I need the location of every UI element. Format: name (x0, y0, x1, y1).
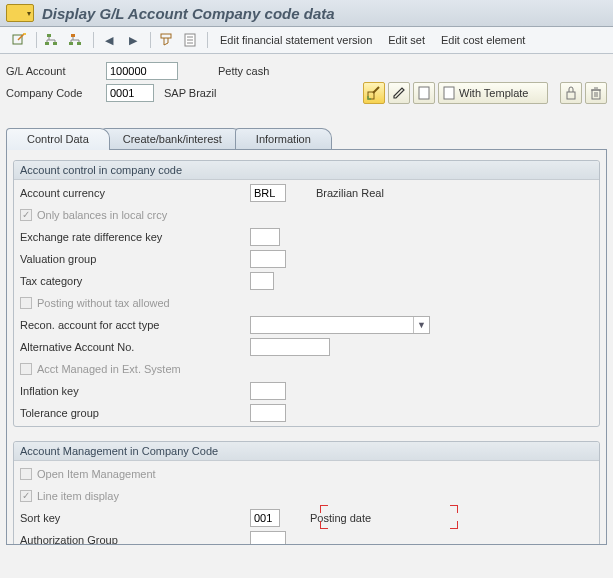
acct-managed-ext-label: Acct Managed in Ext. System (37, 363, 181, 375)
edit-cost-element-link[interactable]: Edit cost element (433, 31, 533, 49)
group-account-management: Account Management in Company Code Open … (13, 441, 600, 545)
gl-account-label: G/L Account (6, 65, 106, 77)
document-icon[interactable] (179, 30, 201, 50)
group-account-management-title: Account Management in Company Code (14, 442, 599, 461)
selection-area: G/L Account 100000 Petty cash Company Co… (0, 54, 613, 106)
sort-key-input[interactable]: 001 (250, 509, 280, 527)
create-button[interactable] (413, 82, 435, 104)
gl-account-input[interactable]: 100000 (106, 62, 178, 80)
tolerance-group-label: Tolerance group (18, 407, 250, 419)
posting-without-tax-label: Posting without tax allowed (37, 297, 170, 309)
only-balances-checkbox: ✓ (20, 209, 32, 221)
gl-account-desc: Petty cash (218, 65, 269, 77)
recon-account-label: Recon. account for acct type (18, 319, 250, 331)
edit-set-link[interactable]: Edit set (380, 31, 433, 49)
open-item-checkbox (20, 468, 32, 480)
svg-rect-2 (47, 34, 51, 37)
previous-icon[interactable]: ◀ (98, 30, 120, 50)
auth-group-input[interactable] (250, 531, 286, 545)
app-toolbar: ◀ ▶ Edit financial statement version Edi… (0, 27, 613, 54)
tax-category-input[interactable] (250, 272, 274, 290)
with-template-button[interactable]: With Template (438, 82, 548, 104)
valuation-group-label: Valuation group (18, 253, 250, 265)
display-change-button[interactable] (363, 82, 385, 104)
next-icon[interactable]: ▶ (122, 30, 144, 50)
alt-account-label: Alternative Account No. (18, 341, 250, 353)
chevron-down-icon[interactable]: ▼ (413, 317, 429, 333)
menu-icon[interactable]: ▾ (6, 4, 34, 22)
other-object-icon[interactable] (8, 30, 30, 50)
tax-category-label: Tax category (18, 275, 250, 287)
alt-account-input[interactable] (250, 338, 330, 356)
highlight-bracket (450, 505, 458, 513)
page-title: Display G/L Account Company code data (42, 5, 335, 22)
highlight-bracket (320, 521, 328, 529)
hierarchy-icon[interactable] (41, 30, 63, 50)
with-template-label: With Template (459, 87, 529, 99)
edit-button[interactable] (388, 82, 410, 104)
auth-group-label: Authorization Group (18, 534, 250, 545)
sort-key-label: Sort key (18, 512, 250, 524)
svg-rect-3 (45, 42, 49, 45)
valuation-group-input[interactable] (250, 250, 286, 268)
delete-button[interactable] (585, 82, 607, 104)
highlight-bracket (320, 505, 328, 513)
header-actions: With Template (363, 82, 607, 104)
company-code-input[interactable]: 0001 (106, 84, 154, 102)
line-item-label: Line item display (37, 490, 119, 502)
tab-control-data[interactable]: Control Data (6, 128, 110, 150)
tab-body-control-data: Account control in company code Account … (6, 150, 607, 545)
group-account-control: Account control in company code Account … (13, 160, 600, 427)
svg-rect-8 (161, 34, 171, 38)
tab-create-bank-interest[interactable]: Create/bank/interest (102, 128, 243, 149)
svg-rect-15 (444, 87, 454, 99)
only-balances-label: Only balances in local crcy (37, 209, 167, 221)
exch-rate-input[interactable] (250, 228, 280, 246)
account-currency-label: Account currency (18, 187, 250, 199)
acct-managed-ext-checkbox (20, 363, 32, 375)
title-bar: ▾ Display G/L Account Company code data (0, 0, 613, 27)
account-currency-input[interactable]: BRL (250, 184, 286, 202)
line-item-checkbox: ✓ (20, 490, 32, 502)
open-item-label: Open Item Management (37, 468, 156, 480)
group-account-control-title: Account control in company code (14, 161, 599, 180)
filter-icon[interactable] (155, 30, 177, 50)
svg-rect-6 (69, 42, 73, 45)
svg-rect-16 (567, 92, 575, 99)
tolerance-group-input[interactable] (250, 404, 286, 422)
posting-without-tax-checkbox (20, 297, 32, 309)
inflation-key-label: Inflation key (18, 385, 250, 397)
svg-rect-7 (77, 42, 81, 45)
tab-information[interactable]: Information (235, 128, 332, 149)
exch-rate-label: Exchange rate difference key (18, 231, 250, 243)
highlight-bracket (450, 521, 458, 529)
inflation-key-input[interactable] (250, 382, 286, 400)
tab-strip: Control Data Create/bank/interest Inform… (6, 128, 607, 149)
svg-rect-14 (419, 87, 429, 99)
lock-button[interactable] (560, 82, 582, 104)
svg-rect-5 (71, 34, 75, 37)
recon-account-combo[interactable]: ▼ (250, 316, 430, 334)
company-code-desc: SAP Brazil (164, 87, 216, 99)
hierarchy-select-icon[interactable] (65, 30, 87, 50)
edit-fsv-link[interactable]: Edit financial statement version (212, 31, 380, 49)
svg-rect-17 (592, 90, 600, 99)
account-currency-desc: Brazilian Real (316, 187, 384, 199)
svg-rect-4 (53, 42, 57, 45)
company-code-label: Company Code (6, 87, 106, 99)
